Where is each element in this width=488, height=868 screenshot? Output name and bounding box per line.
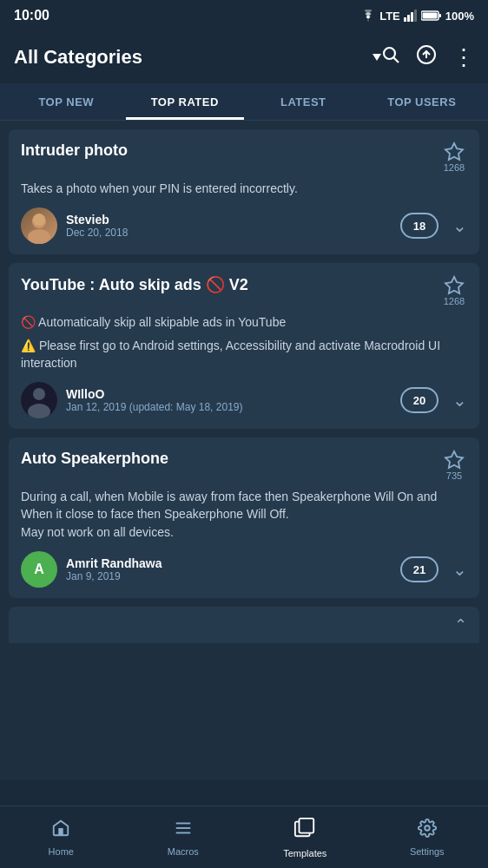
star-count: 1268 <box>444 296 465 306</box>
card-title: Intruder photo <box>21 141 432 160</box>
templates-icon <box>293 817 316 845</box>
card-description: Takes a photo when your PIN is entered i… <box>21 180 467 197</box>
user-avatar: A <box>21 551 57 588</box>
card-description: During a call, when Mobile is away from … <box>21 488 467 541</box>
star-count: 1268 <box>444 162 465 173</box>
status-time: 10:00 <box>14 8 49 23</box>
tab-latest[interactable]: LATEST <box>244 83 363 120</box>
svg-rect-2 <box>411 12 413 22</box>
post-date: Jan 9, 2019 <box>66 570 392 582</box>
comment-count[interactable]: 21 <box>400 556 439 582</box>
card-footer: WIlloO Jan 12, 2019 (updated: May 18, 20… <box>21 382 467 418</box>
header-icons: ⋮ <box>381 44 474 71</box>
lte-label: LTE <box>379 10 400 23</box>
svg-rect-6 <box>439 14 441 17</box>
user-info: Stevieb Dec 20, 2018 <box>66 213 392 239</box>
card-auto-speakerphone: Auto Speakerphone 735 During a call, whe… <box>9 437 479 598</box>
nav-settings-label: Settings <box>410 846 445 857</box>
comment-count[interactable]: 20 <box>400 387 439 413</box>
star-icon <box>444 450 465 470</box>
page-title: All Categories <box>14 46 367 69</box>
battery-icon <box>421 10 442 22</box>
user-avatar <box>21 207 57 244</box>
card-title: Auto Speakerphone <box>21 450 432 468</box>
card-header: Auto Speakerphone 735 <box>21 450 467 481</box>
card-description-2: ⚠️ Please first go to Android settings, … <box>21 337 467 372</box>
avatar-placeholder <box>21 207 57 244</box>
avatar-initial: A <box>34 562 44 577</box>
card-youtube-skip: YouTube : Auto skip ads 🚫 V2 1268 🚫 Auto… <box>9 263 479 429</box>
nav-macros-label: Macros <box>168 846 199 857</box>
star-rating[interactable]: 1268 <box>441 141 467 173</box>
home-icon <box>51 819 70 843</box>
expand-chevron[interactable]: ⌄ <box>452 215 467 236</box>
star-icon <box>444 141 465 162</box>
tab-top-new[interactable]: TOP NEW <box>7 83 126 120</box>
nav-item-templates[interactable]: Templates <box>244 806 366 868</box>
search-icon[interactable] <box>381 45 400 69</box>
content-area: Intruder photo 1268 Takes a photo when y… <box>0 121 488 780</box>
svg-marker-15 <box>445 277 463 293</box>
user-avatar <box>21 382 57 418</box>
header: All Categories ⋮ <box>0 31 488 83</box>
nav-templates-label: Templates <box>283 848 326 858</box>
username: WIlloO <box>66 387 392 401</box>
user-info: WIlloO Jan 12, 2019 (updated: May 18, 20… <box>66 387 392 413</box>
wifi-icon <box>360 10 376 22</box>
svg-rect-25 <box>300 818 314 832</box>
nav-item-home[interactable]: Home <box>0 806 122 868</box>
comment-count[interactable]: 18 <box>400 213 439 239</box>
tabs: TOP NEW TOP RATED LATEST TOP USERS <box>0 83 488 121</box>
svg-point-7 <box>384 48 395 59</box>
svg-point-17 <box>33 388 45 400</box>
star-rating[interactable]: 735 <box>441 450 467 481</box>
svg-point-13 <box>28 229 50 244</box>
card-intruder-photo: Intruder photo 1268 Takes a photo when y… <box>9 129 479 254</box>
svg-rect-20 <box>59 828 64 835</box>
upload-icon[interactable] <box>416 44 437 70</box>
card-header: YouTube : Auto skip ads 🚫 V2 1268 <box>21 275 467 306</box>
status-bar: 10:00 LTE 100% <box>0 0 488 31</box>
star-count: 735 <box>446 470 462 481</box>
svg-line-8 <box>394 58 399 63</box>
nav-item-macros[interactable]: Macros <box>122 806 245 868</box>
card-title: YouTube : Auto skip ads 🚫 V2 <box>21 275 432 294</box>
battery-label: 100% <box>445 10 474 23</box>
post-date: Jan 12, 2019 (updated: May 18, 2019) <box>66 401 392 413</box>
status-icons: LTE 100% <box>360 10 474 23</box>
svg-rect-5 <box>422 13 437 19</box>
svg-rect-0 <box>404 17 406 22</box>
username: Amrit Randhawa <box>66 556 392 570</box>
star-icon <box>444 275 465 296</box>
svg-rect-3 <box>414 10 417 22</box>
dropdown-icon[interactable] <box>373 54 381 61</box>
tab-top-rated[interactable]: TOP RATED <box>126 83 245 120</box>
nav-item-settings[interactable]: Settings <box>366 806 489 868</box>
star-rating[interactable]: 1268 <box>441 275 467 306</box>
svg-marker-19 <box>445 451 463 468</box>
post-date: Dec 20, 2018 <box>66 227 392 239</box>
svg-rect-1 <box>407 15 410 22</box>
svg-marker-11 <box>445 143 463 160</box>
expand-chevron[interactable]: ⌄ <box>452 390 467 411</box>
more-icon[interactable]: ⋮ <box>452 44 474 71</box>
card-footer: Stevieb Dec 20, 2018 18 ⌄ <box>21 207 467 244</box>
avatar-dark <box>21 382 57 418</box>
signal-icon <box>404 10 418 22</box>
svg-point-26 <box>425 825 430 831</box>
card-partial: ⌃ <box>9 607 479 643</box>
scroll-up-icon: ⌃ <box>454 615 467 635</box>
nav-home-label: Home <box>49 846 74 857</box>
username: Stevieb <box>66 213 392 227</box>
bottom-nav: Home Macros Templates Settings <box>0 806 488 868</box>
svg-point-14 <box>33 214 45 226</box>
settings-icon <box>418 819 437 843</box>
user-info: Amrit Randhawa Jan 9, 2019 <box>66 556 392 582</box>
card-header: Intruder photo 1268 <box>21 141 467 173</box>
expand-chevron[interactable]: ⌄ <box>452 559 467 580</box>
card-description-1: 🚫 Automatically skip all skipable ads in… <box>21 313 467 331</box>
card-footer: A Amrit Randhawa Jan 9, 2019 21 ⌄ <box>21 551 467 588</box>
macros-icon <box>174 819 193 843</box>
tab-top-users[interactable]: TOP USERS <box>363 83 482 120</box>
